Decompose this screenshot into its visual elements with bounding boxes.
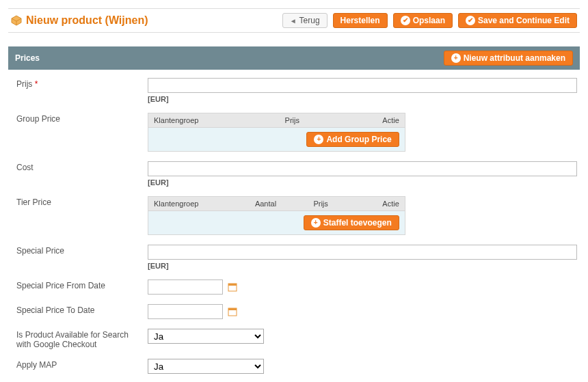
table-row: + Add Group Price xyxy=(148,128,405,152)
save-button[interactable]: ✔ Opslaan xyxy=(393,13,453,28)
new-attribute-label: Nieuw attribuut aanmaken xyxy=(464,53,565,63)
row-special-from: Special Price From Date xyxy=(11,279,577,295)
reset-button-label: Herstellen xyxy=(340,16,380,25)
label-special-from: Special Price From Date xyxy=(11,279,148,290)
row-special-to: Special Price To Date xyxy=(11,304,577,319)
add-tier-price-label: Staffel toevoegen xyxy=(323,218,392,228)
calendar-icon[interactable] xyxy=(227,306,238,317)
row-special-price: Special Price [EUR] xyxy=(11,245,577,270)
new-attribute-button[interactable]: + Nieuw attribuut aanmaken xyxy=(444,51,573,66)
currency-hint: [EUR] xyxy=(148,262,577,270)
label-tier-price: Tier Price xyxy=(11,196,148,207)
back-arrow-icon xyxy=(290,16,297,25)
cost-input[interactable] xyxy=(148,161,577,176)
col-klantengroep: Klantengroep xyxy=(148,113,280,128)
required-mark: * xyxy=(35,79,38,89)
label-special-price: Special Price xyxy=(11,245,148,256)
section-title: Prices xyxy=(15,53,40,63)
row-apply-map: Apply MAP Ja xyxy=(11,359,577,374)
table-header-row: Klantengroep Prijs Actie xyxy=(148,113,405,128)
calendar-icon[interactable] xyxy=(227,282,238,292)
label-group-price: Group Price xyxy=(11,113,148,124)
tier-price-table: Klantengroep Aantal Prijs Actie + Staffe… xyxy=(148,196,405,235)
add-group-price-label: Add Group Price xyxy=(326,135,391,144)
label-cost: Cost xyxy=(11,161,148,172)
col-actie: Actie xyxy=(354,197,405,211)
check-icon: ✔ xyxy=(466,16,475,25)
check-icon: ✔ xyxy=(401,16,410,25)
add-group-price-button[interactable]: + Add Group Price xyxy=(306,132,399,147)
back-button[interactable]: Terug xyxy=(282,13,328,28)
label-google-checkout: Is Product Available for Search with Goo… xyxy=(11,329,148,349)
price-input[interactable] xyxy=(148,78,577,93)
add-tier-price-button[interactable]: + Staffel toevoegen xyxy=(304,215,399,230)
svg-rect-3 xyxy=(228,284,237,286)
table-row: + Staffel toevoegen xyxy=(148,211,405,235)
row-group-price: Group Price Klantengroep Prijs Actie + xyxy=(11,113,577,152)
label-apply-map: Apply MAP xyxy=(11,359,148,370)
label-special-to: Special Price To Date xyxy=(11,304,148,315)
col-prijs: Prijs xyxy=(280,113,340,128)
save-button-label: Opslaan xyxy=(413,16,445,25)
product-icon xyxy=(11,15,22,26)
row-cost: Cost [EUR] xyxy=(11,161,577,187)
plus-icon: + xyxy=(314,135,323,144)
apply-map-select[interactable]: Ja xyxy=(148,359,264,374)
label-price: Prijs * xyxy=(11,78,148,89)
currency-hint: [EUR] xyxy=(148,95,577,103)
header-buttons: Terug Herstellen ✔ Opslaan ✔ Save and Co… xyxy=(282,13,577,28)
svg-rect-5 xyxy=(228,308,237,310)
section-header: Prices + Nieuw attribuut aanmaken xyxy=(8,46,580,70)
page-title: Nieuw product (Wijnen) xyxy=(26,14,148,27)
col-actie: Actie xyxy=(339,113,405,128)
row-google-checkout: Is Product Available for Search with Goo… xyxy=(11,329,577,349)
google-checkout-select[interactable]: Ja xyxy=(148,329,264,344)
back-button-label: Terug xyxy=(299,16,320,25)
table-header-row: Klantengroep Aantal Prijs Actie xyxy=(148,197,405,211)
plus-icon: + xyxy=(451,53,461,63)
special-to-input[interactable] xyxy=(148,304,223,319)
plus-icon: + xyxy=(311,218,321,228)
col-aantal: Aantal xyxy=(250,197,308,211)
reset-button[interactable]: Herstellen xyxy=(333,13,388,28)
row-price: Prijs * [EUR] xyxy=(11,78,577,103)
special-from-input[interactable] xyxy=(148,279,223,295)
currency-hint: [EUR] xyxy=(148,178,577,187)
group-price-table: Klantengroep Prijs Actie + Add Group Pri… xyxy=(148,113,405,152)
page-header: Nieuw product (Wijnen) Terug Herstellen … xyxy=(8,8,580,33)
save-continue-button[interactable]: ✔ Save and Continue Edit xyxy=(458,13,577,28)
save-continue-button-label: Save and Continue Edit xyxy=(478,16,570,25)
special-price-input[interactable] xyxy=(148,245,577,260)
page-title-block: Nieuw product (Wijnen) xyxy=(11,14,148,27)
row-tier-price: Tier Price Klantengroep Aantal Prijs Act… xyxy=(11,196,577,235)
col-prijs: Prijs xyxy=(308,197,354,211)
col-klantengroep: Klantengroep xyxy=(148,197,250,211)
form-area: Prijs * [EUR] Group Price Klantengroep P… xyxy=(8,70,580,382)
